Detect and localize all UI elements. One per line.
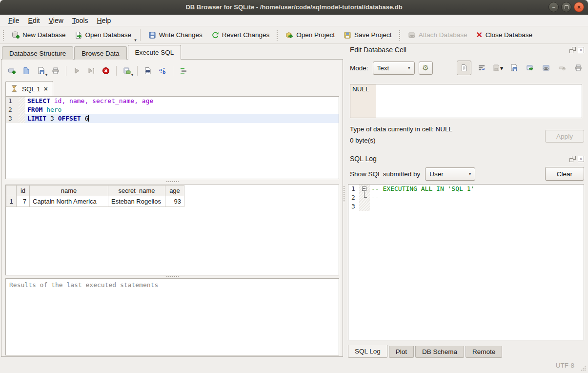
toolbar-separator <box>116 66 117 76</box>
copy-link-button[interactable] <box>540 62 552 74</box>
cell-size-info: 0 byte(s) <box>350 137 376 144</box>
open-sql-file-icon <box>22 67 30 75</box>
fold-collapse-icon[interactable] <box>362 186 366 191</box>
find-replace-button[interactable]: ab <box>156 64 169 77</box>
toolbar-drag-handle[interactable] <box>2 30 5 41</box>
splitter-handle[interactable] <box>1 180 343 183</box>
new-sql-tab-button[interactable] <box>5 64 18 77</box>
dock-tab-sql-log[interactable]: SQL Log <box>348 345 387 358</box>
sql-tab-label: SQL 1 <box>22 85 41 93</box>
print-button[interactable] <box>49 64 62 77</box>
minimize-button[interactable]: − <box>548 2 559 12</box>
encoding-indicator[interactable]: UTF-8 <box>556 362 574 369</box>
main-content: Database Structure Browse Data Execute S… <box>0 44 588 358</box>
export-results-button[interactable]: ▾ <box>121 64 133 77</box>
cell-id[interactable]: 7 <box>17 196 30 207</box>
set-null-button[interactable] <box>556 62 568 74</box>
apply-button[interactable]: Apply <box>545 130 584 143</box>
sql-log-view[interactable]: 1-- EXECUTING ALL IN 'SQL 1' 2-- 3 <box>348 184 584 340</box>
menu-view[interactable]: View <box>44 16 68 25</box>
mode-select[interactable]: Text▾ <box>373 62 415 75</box>
sql-editor[interactable]: 1SELECT id, name, secret_name, age 2FROM… <box>5 96 339 179</box>
titlebar[interactable]: DB Browser for SQLite - /home/user/code/… <box>0 0 588 15</box>
import-dropdown[interactable]: ▾ <box>500 64 504 72</box>
fold-margin <box>19 114 25 123</box>
save-sql-file-button[interactable]: ▾ <box>35 64 47 77</box>
chevron-down-icon: ▾ <box>469 171 471 176</box>
toolbar-separator <box>140 29 141 41</box>
toolbar-drag-handle[interactable] <box>399 30 401 41</box>
close-database-button[interactable]: ✕ Close Database <box>471 29 536 41</box>
results-table: id name secret_name age 1 7 Captain Nort… <box>6 185 184 207</box>
stop-button[interactable] <box>100 64 112 77</box>
float-dock-icon[interactable] <box>569 156 576 162</box>
cell-secret-name[interactable]: Esteban Rogelios <box>108 196 165 207</box>
write-changes-button[interactable]: Write Changes <box>144 29 207 41</box>
dock-tab-remote[interactable]: Remote <box>466 346 502 358</box>
toolbar-separator <box>66 66 66 76</box>
close-button[interactable]: × <box>574 2 584 12</box>
column-header-secret-name[interactable]: secret_name <box>108 186 165 196</box>
sql-1-tab[interactable]: SQL 1 × <box>5 81 53 96</box>
new-database-button[interactable]: New Database <box>7 29 70 41</box>
attach-database-button[interactable]: Attach Database <box>404 29 472 41</box>
splitter-handle[interactable] <box>1 275 343 278</box>
execute-all-button[interactable] <box>70 64 83 77</box>
import-data-button[interactable]: ▾ <box>492 62 504 74</box>
column-header-name[interactable]: name <box>30 186 108 196</box>
new-database-icon <box>12 31 20 39</box>
open-sql-file-button[interactable] <box>20 64 33 77</box>
float-dock-icon[interactable] <box>569 47 576 53</box>
tab-database-structure[interactable]: Database Structure <box>2 46 73 60</box>
execution-message-area[interactable]: Results of the last executed statements <box>5 278 339 355</box>
execute-all-icon <box>73 67 81 75</box>
export-data-button[interactable] <box>508 62 520 74</box>
cell-value-editor[interactable]: NULL <box>350 84 582 118</box>
text-mode-button[interactable] <box>457 61 471 75</box>
column-header-age[interactable]: age <box>165 186 184 196</box>
editor-line: 2FROM hero <box>6 105 339 114</box>
sql-log-title: SQL Log <box>350 155 377 163</box>
tab-execute-sql[interactable]: Execute SQL <box>128 45 182 60</box>
open-database-button[interactable]: Open Database <box>70 29 136 41</box>
dock-tab-db-schema[interactable]: DB Schema <box>415 346 464 358</box>
log-filter-select[interactable]: User▾ <box>425 167 475 181</box>
maximize-button[interactable] <box>561 2 571 12</box>
find-button[interactable] <box>142 64 154 77</box>
word-wrap-button[interactable] <box>476 62 487 74</box>
format-sql-button[interactable] <box>177 64 190 77</box>
line-number: 2 <box>6 105 19 114</box>
hourglass-icon <box>11 85 19 93</box>
menu-edit[interactable]: Edit <box>24 16 44 25</box>
open-project-button[interactable]: Open Project <box>281 29 339 41</box>
fold-margin <box>359 202 370 211</box>
results-grid[interactable]: id name secret_name age 1 7 Captain Nort… <box>5 185 339 275</box>
table-header-row: id name secret_name age <box>6 186 184 196</box>
menu-tools[interactable]: Tools <box>68 16 93 25</box>
toolbar-drag-handle[interactable] <box>276 30 279 41</box>
column-header-id[interactable]: id <box>17 186 30 196</box>
close-dock-icon[interactable]: × <box>578 47 584 53</box>
close-dock-icon[interactable]: × <box>578 156 584 162</box>
row-number[interactable]: 1 <box>6 196 17 207</box>
menu-file[interactable]: File <box>4 16 24 25</box>
save-sql-dropdown[interactable]: ▾ <box>45 73 47 77</box>
close-sql-tab-icon[interactable]: × <box>44 85 48 93</box>
open-database-dropdown[interactable]: ▾ <box>134 38 137 43</box>
auto-switch-mode-button[interactable]: ⚙ <box>419 62 433 75</box>
cell-age[interactable]: 93 <box>165 196 184 207</box>
export-results-dropdown[interactable]: ▾ <box>131 73 133 77</box>
print-cell-button[interactable] <box>572 62 584 74</box>
right-dock: Edit Database Cell × Mode: Text▾ ⚙ ▾ <box>345 44 588 358</box>
cell-name[interactable]: Captain North America <box>30 196 108 207</box>
resize-grip[interactable] <box>580 365 586 371</box>
open-external-button[interactable] <box>524 62 536 74</box>
new-sql-tab-icon <box>8 67 16 75</box>
dock-tab-plot[interactable]: Plot <box>389 346 414 358</box>
save-project-button[interactable]: Save Project <box>339 29 396 41</box>
clear-log-button[interactable]: Clear <box>545 167 584 181</box>
menu-help[interactable]: Help <box>93 16 116 25</box>
revert-changes-button[interactable]: Revert Changes <box>207 29 274 41</box>
tab-browse-data[interactable]: Browse Data <box>74 46 126 60</box>
execute-current-line-button[interactable] <box>85 64 98 77</box>
